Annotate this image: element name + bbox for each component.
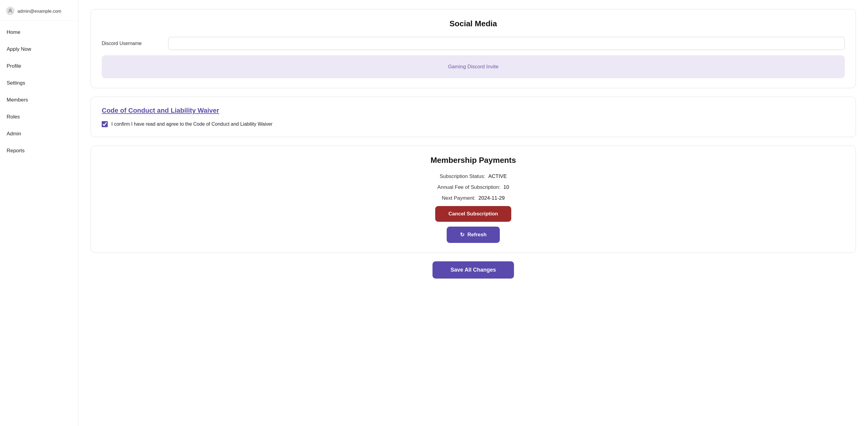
sidebar-item-members[interactable]: Members bbox=[0, 91, 78, 109]
cancel-subscription-button[interactable]: Cancel Subscription bbox=[435, 206, 511, 222]
user-icon bbox=[6, 7, 14, 15]
sidebar-item-home[interactable]: Home bbox=[0, 24, 78, 41]
next-payment-label: Next Payment: bbox=[442, 195, 476, 201]
next-payment-value: 2024-11-29 bbox=[478, 195, 505, 201]
user-email: admin@example.com bbox=[18, 8, 61, 13]
svg-point-0 bbox=[9, 9, 11, 11]
annual-fee-label: Annual Fee of Subscription: bbox=[437, 184, 500, 190]
sidebar-nav: Home Apply Now Profile Settings Members … bbox=[0, 21, 78, 162]
save-all-section: Save All Changes bbox=[91, 261, 856, 279]
membership-payments-title: Membership Payments bbox=[102, 155, 845, 165]
payments-buttons: Cancel Subscription ↻ Refresh bbox=[102, 206, 845, 243]
membership-payments-card: Membership Payments Subscription Status:… bbox=[91, 146, 856, 253]
sidebar-item-roles[interactable]: Roles bbox=[0, 109, 78, 125]
refresh-button[interactable]: ↻ Refresh bbox=[447, 227, 500, 243]
sidebar-item-admin[interactable]: Admin bbox=[0, 125, 78, 142]
main-content: Social Media Discord Username Gaming Dis… bbox=[79, 0, 868, 426]
sidebar-item-settings[interactable]: Settings bbox=[0, 75, 78, 91]
sidebar-user: admin@example.com bbox=[0, 0, 78, 21]
discord-invite-link[interactable]: Gaming Discord Invite bbox=[448, 64, 498, 69]
subscription-status-row: Subscription Status: ACTIVE bbox=[102, 173, 845, 179]
sidebar: admin@example.com Home Apply Now Profile… bbox=[0, 0, 79, 426]
social-media-card: Social Media Discord Username Gaming Dis… bbox=[91, 9, 856, 88]
social-media-title: Social Media bbox=[102, 19, 845, 28]
refresh-button-label: Refresh bbox=[467, 232, 487, 238]
conduct-checkbox-label: I confirm I have read and agree to the C… bbox=[112, 121, 273, 127]
sidebar-item-reports[interactable]: Reports bbox=[0, 142, 78, 159]
conduct-checkbox-row: I confirm I have read and agree to the C… bbox=[102, 121, 845, 127]
save-all-button[interactable]: Save All Changes bbox=[433, 261, 514, 279]
discord-label: Discord Username bbox=[102, 41, 162, 46]
annual-fee-value: 10 bbox=[503, 184, 509, 190]
discord-input[interactable] bbox=[168, 37, 845, 50]
code-of-conduct-card: Code of Conduct and Liability Waiver I c… bbox=[91, 97, 856, 137]
next-payment-row: Next Payment: 2024-11-29 bbox=[102, 195, 845, 201]
sidebar-item-profile[interactable]: Profile bbox=[0, 58, 78, 75]
subscription-status-label: Subscription Status: bbox=[440, 173, 485, 179]
annual-fee-row: Annual Fee of Subscription: 10 bbox=[102, 184, 845, 190]
discord-row: Discord Username bbox=[102, 37, 845, 50]
subscription-status-value: ACTIVE bbox=[488, 173, 507, 179]
discord-invite-box: Gaming Discord Invite bbox=[102, 55, 845, 78]
refresh-icon: ↻ bbox=[460, 231, 464, 238]
conduct-title-link[interactable]: Code of Conduct and Liability Waiver bbox=[102, 107, 219, 114]
sidebar-item-apply-now[interactable]: Apply Now bbox=[0, 41, 78, 58]
conduct-checkbox[interactable] bbox=[102, 121, 108, 127]
